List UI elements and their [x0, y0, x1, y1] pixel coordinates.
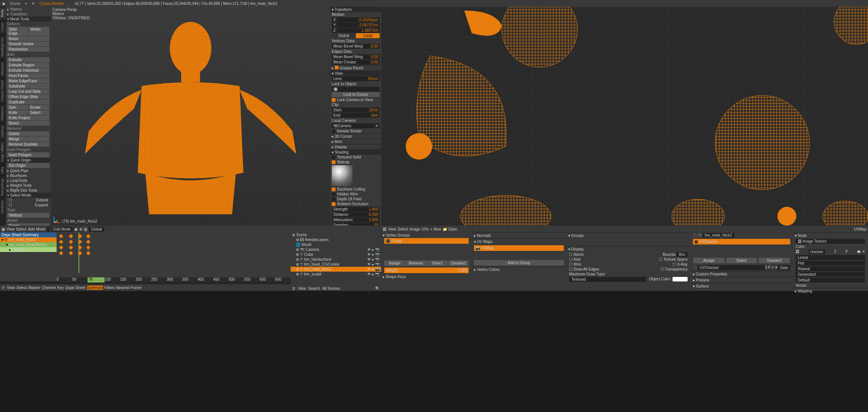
outliner-scene[interactable]: ⊕Scene — [291, 232, 381, 237]
quick-origin-section[interactable]: ▾ Quick Origin — [6, 158, 51, 163]
mean-bevel-edge-field[interactable]: Mean Bevel Weig0.00 — [332, 54, 380, 59]
inset-polygon-button[interactable]: Inset Polygon — [7, 152, 49, 157]
quick-pipe-section[interactable]: ▸ Quick Pipe — [6, 168, 51, 173]
pivot-icon[interactable]: ⊕ — [79, 227, 82, 231]
backface-checkbox[interactable]: Backface Culling — [330, 187, 381, 192]
normals-header[interactable]: ▸ Normals — [472, 232, 566, 238]
dope-graph[interactable] — [57, 232, 291, 281]
delete-button[interactable]: Delete — [7, 131, 49, 136]
dope-object[interactable]: ▾ ▽ bm_male_NickZ — [0, 237, 57, 242]
view-menu[interactable]: View — [6, 227, 15, 231]
shape-keys-header[interactable]: ▸ Shape Keys — [381, 274, 472, 280]
ao-checkbox[interactable]: Ambient Occlusion — [330, 201, 381, 206]
uv-view-menu[interactable]: View — [388, 227, 396, 231]
offset-edge-button[interactable]: Offset Edge Slide — [7, 94, 49, 99]
noise-button[interactable]: Noise — [7, 36, 49, 41]
node-header[interactable]: ▾ Node — [793, 232, 868, 238]
dope-summary-toggle[interactable]: Summary — [87, 286, 103, 290]
vg-select-button[interactable]: Select — [427, 260, 448, 266]
duplicate-button[interactable]: Duplicate — [7, 100, 49, 105]
vertex-colors-header[interactable]: ▸ Vertex Colors — [472, 266, 566, 272]
display-header[interactable]: ▾ Display — [566, 246, 691, 252]
orientation-dropdown[interactable]: Global — [89, 227, 104, 232]
add-scene-icon[interactable]: + — [23, 2, 29, 6]
tab-relations[interactable]: Relations — [0, 104, 6, 123]
dope-location[interactable]: ▸ Location — [0, 247, 57, 252]
shading-icon[interactable]: ◉ — [74, 227, 78, 231]
select-mode-section[interactable]: ▾ Select Mode — [6, 193, 51, 198]
render-engine-dropdown[interactable]: Cycles Render — [37, 2, 66, 6]
ao-distance-field[interactable]: Distance:0.200 — [332, 212, 380, 217]
dope-channel-menu[interactable]: Channel — [42, 286, 55, 290]
tab-grease[interactable]: Grease Pencil — [0, 78, 6, 104]
lock-to-cursor-button[interactable]: Lock to Cursor — [332, 92, 380, 97]
source-dropdown[interactable]: Generated — [796, 272, 865, 277]
uv-editor[interactable] — [381, 7, 868, 226]
uv-uvs-menu[interactable]: UVs — [422, 227, 429, 231]
outliner-camera[interactable]: ⊕📷Camera👁 ▸ 📷 — [291, 247, 381, 252]
tab-create[interactable]: Create — [0, 20, 6, 35]
vg-weight-slider[interactable]: Weight:1.000 — [384, 267, 469, 273]
uv-editor-type-icon[interactable]: 🖼 — [383, 227, 386, 231]
tool-tabs[interactable]: Tools Create Shading/UVs Measure Grease … — [0, 7, 6, 226]
image-selector[interactable]: checker — [809, 249, 825, 254]
render-border-checkbox[interactable]: Render Border — [330, 129, 381, 134]
outliner-sculpt[interactable]: ⊕▽bm_sculpt👁 ▸ 📷 — [291, 272, 381, 277]
dof-checkbox[interactable]: Depth Of Field — [330, 197, 381, 201]
uvchecker-item[interactable]: ▦ UVChecker — [693, 239, 790, 244]
dope-ruler[interactable]: 050 78 100150200 250300350 400450500 550… — [57, 277, 291, 283]
default-dropdown[interactable]: Default — [796, 278, 865, 283]
vg-deselect-button[interactable]: Deselect — [448, 260, 469, 266]
color-space-dropdown[interactable]: Linear — [796, 255, 865, 260]
dope-marker-menu[interactable]: Marker — [28, 286, 40, 290]
vertex-group-item[interactable]: ⚫ Group — [384, 238, 469, 244]
dope-filters[interactable]: Filters — [105, 286, 115, 290]
tab-options[interactable]: Options — [0, 123, 6, 140]
close-scene-icon[interactable]: ✕ — [29, 2, 37, 6]
ao-strength-field[interactable]: Strength:1.400 — [332, 207, 380, 212]
groups-header[interactable]: ▾ Groups — [566, 232, 691, 238]
outliner-male[interactable]: ⊕▽bm_male_NickZ👁 ▸ 📷 — [291, 267, 381, 272]
dope-action[interactable]: ▾ bm_male_NickZAction — [0, 242, 57, 247]
textured-solid-checkbox[interactable]: Textured Solid — [330, 155, 381, 160]
surface-header[interactable]: ▾ Surface — [691, 283, 793, 289]
display-panel[interactable]: ▸ Display — [330, 144, 381, 149]
dope-view-menu[interactable]: View — [7, 286, 15, 290]
mapping-header[interactable]: ▸ Mapping — [793, 288, 868, 294]
object-color-swatch[interactable] — [673, 277, 688, 281]
uv-select-menu[interactable]: Select — [398, 227, 408, 231]
mode-dropdown[interactable]: ⬚ Edit Mode — [47, 227, 73, 232]
view-panel[interactable]: ▾ View — [330, 71, 381, 76]
subdivide-button[interactable]: Subdivide — [7, 84, 49, 89]
uvmap-item[interactable]: 📷 UVMap — [474, 245, 564, 251]
bsurfaces-section[interactable]: ▸ Bsurfaces — [6, 173, 51, 178]
3d-cursor-panel[interactable]: ▸ 3D Cursor — [330, 134, 381, 139]
outliner-editor-icon[interactable]: ☰ — [292, 286, 295, 291]
select-button[interactable]: Select — [726, 258, 757, 263]
node-type-dropdown[interactable]: 🖼 Image Texture — [796, 239, 865, 244]
dope-sheet[interactable]: Dope Sheet Summary ▾ ▽ bm_male_NickZ ▾ b… — [0, 232, 291, 291]
extrude-region-button[interactable]: Extrude Region — [7, 63, 49, 68]
preview-header[interactable]: ▸ Preview — [691, 277, 793, 283]
scene-name[interactable]: Scene — [8, 2, 23, 6]
tab-mira[interactable]: Mira — [0, 164, 6, 176]
uvmap-selector[interactable]: UVMap — [854, 227, 866, 231]
vg-remove-button[interactable]: Remove — [405, 260, 426, 266]
screw-button[interactable]: Screw — [29, 105, 50, 110]
object-selector[interactable]: bm_male_NickZ — [703, 233, 734, 238]
outliner-world[interactable]: 🌐World — [291, 242, 381, 247]
dope-mode-dropdown[interactable]: Dope Sheet — [65, 286, 85, 290]
expand-checkbox[interactable]: Expand — [35, 203, 48, 207]
extrude-button[interactable]: Extrude — [7, 57, 49, 62]
ao-samples-field[interactable]: Samples:20 — [332, 223, 380, 226]
max-draw-dropdown[interactable]: Textured — [569, 277, 646, 282]
outliner-cube[interactable]: ⊕▽Cube👁 ▸ 📷 — [291, 252, 381, 257]
ao-attenuation-field[interactable]: Attenuation:1.000 — [332, 217, 380, 222]
outliner-renderlayers[interactable]: ⊕🎞RenderLayers — [291, 237, 381, 242]
item-panel[interactable]: ▸ Item — [330, 139, 381, 144]
tab-shading[interactable]: Shading/UVs — [0, 35, 6, 60]
loop-cut-button[interactable]: Loop Cut and Slide — [7, 89, 49, 94]
grease-pencil-panel[interactable]: ▸ Grease Pencil — [330, 65, 381, 71]
transform-section[interactable]: ▸ Transform — [6, 12, 51, 17]
extend-checkbox[interactable]: Extend — [36, 198, 48, 202]
